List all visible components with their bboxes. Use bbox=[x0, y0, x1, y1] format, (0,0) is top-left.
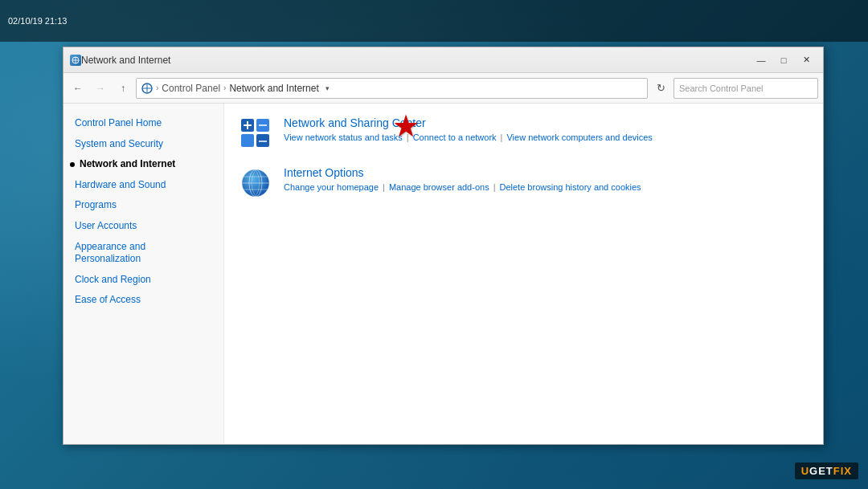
sidebar-label: Control Panel Home bbox=[75, 117, 162, 130]
active-bullet bbox=[70, 162, 75, 167]
svg-rect-9 bbox=[256, 134, 269, 147]
sidebar-label: Network and Internet bbox=[80, 158, 175, 171]
close-button[interactable]: ✕ bbox=[796, 52, 817, 68]
network-sharing-title[interactable]: Network and Sharing Center bbox=[284, 116, 807, 129]
sidebar-item-appearance-personalization[interactable]: Appearance and Personalization bbox=[63, 237, 223, 270]
sidebar-label: Ease of Access bbox=[75, 294, 141, 307]
sidebar-item-programs[interactable]: Programs bbox=[63, 195, 223, 216]
breadcrumb-control-panel[interactable]: Control Panel bbox=[162, 83, 220, 94]
link-view-network-status[interactable]: View network status and tasks bbox=[284, 132, 403, 142]
sidebar: Control Panel Home System and Security N… bbox=[63, 104, 224, 444]
link-manage-addons[interactable]: Manage browser add-ons bbox=[389, 182, 489, 192]
address-field[interactable]: › Control Panel › Network and Internet ▾ bbox=[136, 78, 648, 99]
title-bar: Network and Internet — □ ✕ bbox=[63, 47, 823, 73]
network-sharing-links: View network status and tasks | Connect … bbox=[284, 132, 807, 142]
breadcrumb: › Control Panel › Network and Internet ▾ bbox=[141, 83, 330, 94]
section-internet-options: Internet Options Change your homepage | … bbox=[240, 166, 807, 200]
cp-icon-small bbox=[141, 83, 153, 94]
taskbar: 02/10/19 21:13 bbox=[0, 0, 868, 42]
control-panel-window: Network and Internet — □ ✕ ← → ↑ › Contr… bbox=[63, 47, 824, 445]
breadcrumb-sep-1: › bbox=[156, 84, 158, 92]
search-box[interactable]: Search Control Panel bbox=[674, 78, 818, 99]
link-view-computers[interactable]: View network computers and devices bbox=[506, 132, 652, 142]
refresh-button[interactable]: ↻ bbox=[651, 79, 670, 98]
chevron-down-icon[interactable]: ▾ bbox=[326, 84, 330, 92]
section-network-sharing: Network and Sharing Center View network … bbox=[240, 116, 807, 150]
svg-rect-8 bbox=[241, 134, 254, 147]
taskbar-time: 02/10/19 21:13 bbox=[8, 16, 67, 26]
sidebar-label: Programs bbox=[75, 199, 117, 212]
sidebar-label: System and Security bbox=[75, 138, 163, 151]
sidebar-item-user-accounts[interactable]: User Accounts bbox=[63, 216, 223, 237]
network-sharing-icon bbox=[240, 118, 272, 150]
watermark-fix: FIX bbox=[833, 465, 852, 477]
sidebar-item-control-panel-home[interactable]: Control Panel Home bbox=[63, 113, 223, 134]
window-icon bbox=[70, 55, 81, 66]
sidebar-label: Hardware and Sound bbox=[75, 179, 166, 192]
maximize-button[interactable]: □ bbox=[773, 52, 794, 68]
link-connect-network[interactable]: Connect to a network bbox=[413, 132, 497, 142]
sidebar-label: Appearance and Personalization bbox=[75, 241, 212, 266]
link-change-homepage[interactable]: Change your homepage bbox=[284, 182, 379, 192]
internet-options-links: Change your homepage | Manage browser ad… bbox=[284, 182, 807, 192]
watermark-u: U bbox=[801, 465, 809, 477]
breadcrumb-current: Network and Internet bbox=[229, 83, 318, 94]
main-panel: Network and Sharing Center View network … bbox=[224, 104, 823, 444]
sidebar-item-ease-access[interactable]: Ease of Access bbox=[63, 290, 223, 311]
address-bar: ← → ↑ › Control Panel › Network and Inte… bbox=[63, 73, 823, 104]
breadcrumb-sep-2: › bbox=[223, 84, 226, 92]
up-button[interactable]: ↑ bbox=[113, 79, 133, 98]
search-placeholder: Search Control Panel bbox=[679, 84, 764, 93]
sidebar-item-system-security[interactable]: System and Security bbox=[63, 134, 223, 155]
internet-options-title[interactable]: Internet Options bbox=[284, 166, 807, 179]
sidebar-item-hardware-sound[interactable]: Hardware and Sound bbox=[63, 175, 223, 196]
content-area: Control Panel Home System and Security N… bbox=[63, 104, 823, 444]
sidebar-item-network-internet[interactable]: Network and Internet bbox=[63, 154, 223, 175]
sidebar-label: Clock and Region bbox=[75, 274, 151, 287]
watermark: UGETFIX bbox=[795, 463, 858, 479]
sidebar-item-clock-region[interactable]: Clock and Region bbox=[63, 270, 223, 291]
link-delete-history[interactable]: Delete browsing history and cookies bbox=[500, 182, 641, 192]
minimize-button[interactable]: — bbox=[751, 52, 772, 68]
section-network-sharing-content: Network and Sharing Center View network … bbox=[284, 116, 807, 142]
forward-button[interactable]: → bbox=[91, 79, 110, 98]
watermark-get: GET bbox=[809, 465, 833, 477]
window-title: Network and Internet bbox=[81, 55, 751, 66]
sidebar-label: User Accounts bbox=[75, 220, 137, 233]
internet-options-icon bbox=[240, 168, 272, 200]
window-controls: — □ ✕ bbox=[751, 52, 817, 68]
section-internet-options-content: Internet Options Change your homepage | … bbox=[284, 166, 807, 192]
back-button[interactable]: ← bbox=[68, 79, 88, 98]
